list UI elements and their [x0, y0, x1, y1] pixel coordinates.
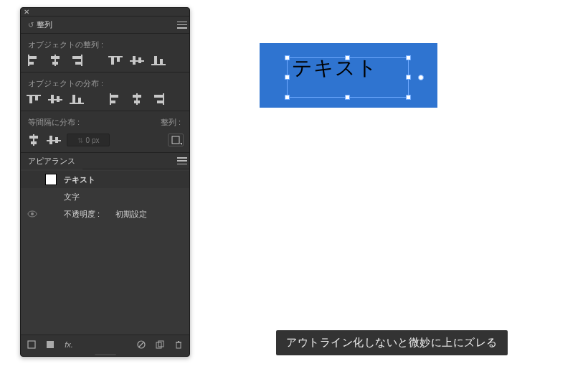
- spacing-row: ⇅ 0 px: [21, 131, 189, 152]
- close-icon[interactable]: ✕: [24, 9, 29, 15]
- section-spacing-label: 等間隔に分布 :: [21, 111, 153, 131]
- hamburger-icon: [177, 22, 187, 29]
- appearance-menu-button[interactable]: [175, 157, 189, 164]
- svg-rect-4: [47, 341, 54, 348]
- align-right-button[interactable]: [70, 55, 84, 66]
- svg-line-6: [139, 342, 143, 347]
- text-out-port[interactable]: [418, 75, 424, 80]
- panel-menu-button[interactable]: [175, 22, 189, 29]
- distribute-hcenter-button[interactable]: [130, 93, 144, 105]
- text-object[interactable]: テキスト: [292, 55, 378, 82]
- distribute-top-button[interactable]: [27, 93, 41, 105]
- fill-swatch[interactable]: [45, 174, 57, 185]
- distribute-buttons-row: [21, 92, 189, 111]
- align-bottom-button[interactable]: [151, 55, 166, 66]
- panel-titlebar[interactable]: ✕: [21, 8, 189, 17]
- handle-bot-mid[interactable]: [345, 95, 350, 100]
- align-vcenter-button[interactable]: [130, 55, 144, 66]
- duplicate-icon[interactable]: [155, 340, 165, 350]
- distribute-spacing-v-button[interactable]: [47, 134, 61, 146]
- svg-point-2: [31, 212, 34, 215]
- panel-tabs: ↺ 整列: [21, 17, 189, 34]
- align-to-dropdown[interactable]: [168, 134, 184, 146]
- section-distribute-label: オブジェクトの分布 :: [21, 73, 189, 92]
- appearance-row-characters[interactable]: 文字: [21, 188, 189, 205]
- align-buttons-row: [21, 53, 189, 72]
- tab-align[interactable]: ↺ 整列: [22, 17, 58, 33]
- align-appearance-panel: ✕ ↺ 整列 オブジェクトの整列 : オブジェクトの分布 : 等間隔に分布 :: [20, 7, 190, 357]
- svg-rect-0: [172, 136, 179, 144]
- selection-bounding-box[interactable]: テキスト: [287, 57, 409, 98]
- handle-top-right[interactable]: [406, 55, 411, 60]
- appearance-row-text[interactable]: テキスト: [21, 171, 189, 188]
- handle-mid-right[interactable]: [406, 75, 411, 80]
- section-align-label: オブジェクトの整列 :: [21, 34, 189, 53]
- clear-appearance-icon[interactable]: [136, 340, 146, 350]
- no-stroke-icon[interactable]: [27, 340, 37, 350]
- spacing-value-input[interactable]: ⇅ 0 px: [67, 134, 110, 146]
- handle-bot-left[interactable]: [285, 95, 290, 100]
- tab-label: 整列: [37, 19, 52, 30]
- fx-button[interactable]: fx.: [64, 340, 74, 350]
- visibility-icon[interactable]: [27, 210, 38, 218]
- svg-rect-9: [176, 342, 181, 348]
- reset-icon: ↺: [28, 21, 34, 29]
- link-icon: ⇅: [77, 136, 83, 144]
- trash-icon[interactable]: [174, 340, 184, 350]
- distribute-spacing-h-button[interactable]: [27, 134, 41, 146]
- align-left-button[interactable]: [27, 55, 41, 66]
- svg-rect-3: [28, 341, 35, 348]
- distribute-vcenter-button[interactable]: [48, 93, 62, 105]
- align-hcenter-button[interactable]: [48, 55, 62, 66]
- hamburger-icon: [177, 157, 187, 164]
- appearance-row-opacity[interactable]: 不透明度 : 初期設定: [21, 205, 189, 223]
- appearance-list: テキスト 文字 不透明度 : 初期設定: [21, 169, 189, 335]
- align-to-label: 整列 :: [153, 111, 189, 131]
- distribute-right-button[interactable]: [151, 93, 166, 105]
- tab-appearance[interactable]: アピアランス: [21, 153, 82, 169]
- distribute-bottom-button[interactable]: [70, 93, 84, 105]
- annotation-caption: アウトライン化しないと微妙に上にズレる: [276, 330, 508, 355]
- appearance-tabs: アピアランス: [21, 152, 189, 169]
- no-fill-icon[interactable]: [45, 340, 55, 350]
- handle-mid-left[interactable]: [285, 75, 290, 80]
- artboard-icon: [171, 136, 180, 144]
- resize-grip[interactable]: [21, 353, 189, 356]
- align-top-button[interactable]: [108, 55, 123, 66]
- appearance-footer: fx.: [21, 335, 189, 353]
- handle-bot-right[interactable]: [406, 95, 411, 100]
- handle-top-mid[interactable]: [345, 55, 350, 60]
- distribute-left-button[interactable]: [108, 93, 123, 105]
- handle-top-left[interactable]: [285, 55, 290, 60]
